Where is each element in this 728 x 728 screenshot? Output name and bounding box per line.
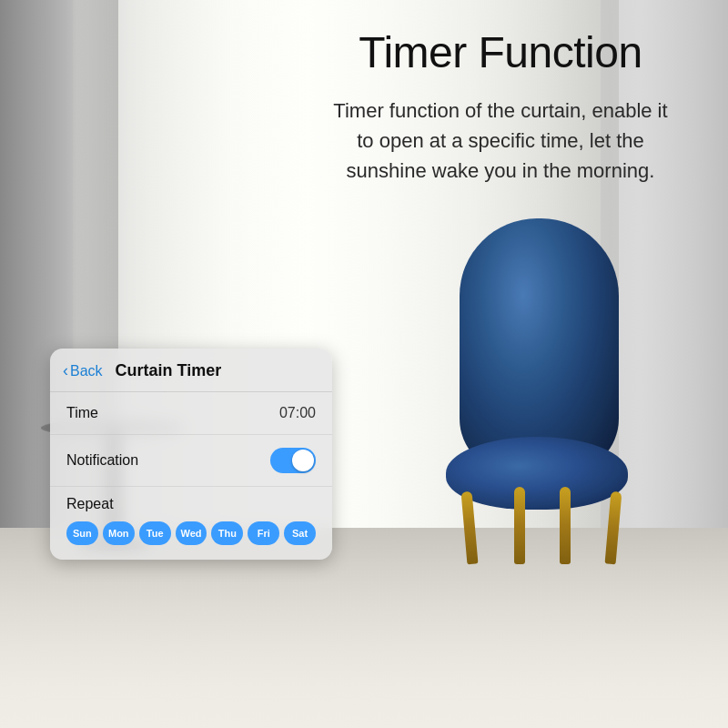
day-button-wed[interactable]: Wed xyxy=(176,521,207,545)
chair-leg xyxy=(514,487,525,564)
back-label: Back xyxy=(70,363,103,379)
day-button-thu[interactable]: Thu xyxy=(211,521,243,545)
toggle-knob xyxy=(292,450,314,471)
day-button-sat[interactable]: Sat xyxy=(284,521,316,545)
day-button-tue[interactable]: Tue xyxy=(139,521,171,545)
day-button-sun[interactable]: Sun xyxy=(66,521,98,545)
chevron-left-icon: ‹ xyxy=(63,361,68,380)
time-row[interactable]: Time 07:00 xyxy=(50,392,332,435)
days-row: SunMonTueWedThuFriSat xyxy=(66,521,316,545)
chair-leg xyxy=(605,491,622,565)
chair-seat xyxy=(446,437,628,510)
day-button-fri[interactable]: Fri xyxy=(248,521,279,545)
phone-panel: ‹ Back Curtain Timer Time 07:00 Notifica… xyxy=(50,349,332,560)
notification-toggle[interactable] xyxy=(270,448,316,473)
feature-text-area: Timer Function Timer function of the cur… xyxy=(328,27,673,186)
time-label: Time xyxy=(66,405,98,421)
page-description: Timer function of the curtain, enable it… xyxy=(328,96,673,186)
time-value: 07:00 xyxy=(279,405,316,421)
notification-row: Notification xyxy=(50,435,332,487)
notification-label: Notification xyxy=(66,452,138,469)
chair xyxy=(441,218,642,564)
repeat-section: Repeat SunMonTueWedThuFriSat xyxy=(50,487,332,545)
panel-title: Curtain Timer xyxy=(116,361,222,380)
day-button-mon[interactable]: Mon xyxy=(103,521,135,545)
chair-leg xyxy=(560,487,571,564)
chair-back xyxy=(460,218,619,473)
back-button[interactable]: ‹ Back xyxy=(63,361,103,380)
panel-header: ‹ Back Curtain Timer xyxy=(50,349,332,392)
repeat-label: Repeat xyxy=(66,496,316,512)
page-title: Timer Function xyxy=(328,27,673,77)
